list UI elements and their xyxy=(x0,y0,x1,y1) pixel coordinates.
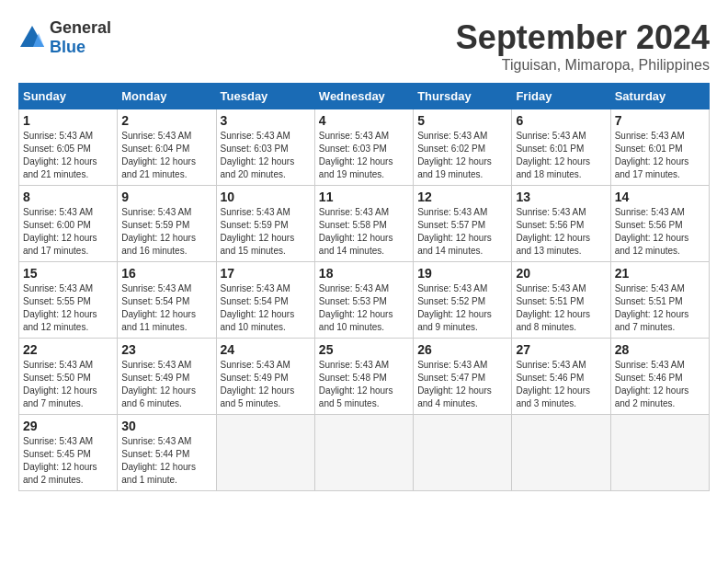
table-row: 25Sunrise: 5:43 AMSunset: 5:48 PMDayligh… xyxy=(314,339,413,415)
table-row: 8Sunrise: 5:43 AMSunset: 6:00 PMDaylight… xyxy=(19,186,118,262)
table-row: 22Sunrise: 5:43 AMSunset: 5:50 PMDayligh… xyxy=(19,339,118,415)
table-row: 16Sunrise: 5:43 AMSunset: 5:54 PMDayligh… xyxy=(118,262,216,339)
header-row: Sunday Monday Tuesday Wednesday Thursday… xyxy=(19,84,710,109)
col-friday: Friday xyxy=(512,84,610,109)
table-row xyxy=(512,415,610,491)
location-title: Tiguisan, Mimaropa, Philippines xyxy=(456,57,710,74)
table-row: 20Sunrise: 5:43 AMSunset: 5:51 PMDayligh… xyxy=(512,262,610,339)
table-row: 28Sunrise: 5:43 AMSunset: 5:46 PMDayligh… xyxy=(610,339,709,415)
month-title: September 2024 xyxy=(456,18,710,57)
table-row: 10Sunrise: 5:43 AMSunset: 5:59 PMDayligh… xyxy=(216,186,314,262)
header: General Blue September 2024 Tiguisan, Mi… xyxy=(18,18,710,74)
table-row xyxy=(610,415,709,491)
table-row: 15Sunrise: 5:43 AMSunset: 5:55 PMDayligh… xyxy=(19,262,118,339)
table-row: 1Sunrise: 5:43 AMSunset: 6:05 PMDaylight… xyxy=(19,109,118,186)
table-row: 13Sunrise: 5:43 AMSunset: 5:56 PMDayligh… xyxy=(512,186,610,262)
table-row: 23Sunrise: 5:43 AMSunset: 5:49 PMDayligh… xyxy=(118,339,216,415)
table-row: 7Sunrise: 5:43 AMSunset: 6:01 PMDaylight… xyxy=(610,109,709,186)
table-row: 26Sunrise: 5:43 AMSunset: 5:47 PMDayligh… xyxy=(414,339,512,415)
table-row: 3Sunrise: 5:43 AMSunset: 6:03 PMDaylight… xyxy=(216,109,314,186)
logo-general: General xyxy=(50,18,111,37)
logo-icon xyxy=(18,24,46,52)
table-row: 27Sunrise: 5:43 AMSunset: 5:46 PMDayligh… xyxy=(512,339,610,415)
table-row: 4Sunrise: 5:43 AMSunset: 6:03 PMDaylight… xyxy=(314,109,413,186)
table-row: 2Sunrise: 5:43 AMSunset: 6:04 PMDaylight… xyxy=(118,109,216,186)
col-wednesday: Wednesday xyxy=(314,84,413,109)
table-row: 14Sunrise: 5:43 AMSunset: 5:56 PMDayligh… xyxy=(610,186,709,262)
col-tuesday: Tuesday xyxy=(216,84,314,109)
table-row: 19Sunrise: 5:43 AMSunset: 5:52 PMDayligh… xyxy=(414,262,512,339)
calendar-table: Sunday Monday Tuesday Wednesday Thursday… xyxy=(18,83,710,491)
table-row xyxy=(414,415,512,491)
table-row: 30Sunrise: 5:43 AMSunset: 5:44 PMDayligh… xyxy=(118,415,216,491)
table-row xyxy=(216,415,314,491)
table-row: 12Sunrise: 5:43 AMSunset: 5:57 PMDayligh… xyxy=(414,186,512,262)
logo: General Blue xyxy=(18,18,111,57)
table-row: 17Sunrise: 5:43 AMSunset: 5:54 PMDayligh… xyxy=(216,262,314,339)
col-thursday: Thursday xyxy=(414,84,512,109)
col-saturday: Saturday xyxy=(610,84,709,109)
table-row: 21Sunrise: 5:43 AMSunset: 5:51 PMDayligh… xyxy=(610,262,709,339)
col-sunday: Sunday xyxy=(19,84,118,109)
table-row: 18Sunrise: 5:43 AMSunset: 5:53 PMDayligh… xyxy=(314,262,413,339)
table-row: 5Sunrise: 5:43 AMSunset: 6:02 PMDaylight… xyxy=(414,109,512,186)
table-row: 9Sunrise: 5:43 AMSunset: 5:59 PMDaylight… xyxy=(118,186,216,262)
title-area: September 2024 Tiguisan, Mimaropa, Phili… xyxy=(456,18,710,74)
table-row: 6Sunrise: 5:43 AMSunset: 6:01 PMDaylight… xyxy=(512,109,610,186)
table-row: 29Sunrise: 5:43 AMSunset: 5:45 PMDayligh… xyxy=(19,415,118,491)
table-row: 11Sunrise: 5:43 AMSunset: 5:58 PMDayligh… xyxy=(314,186,413,262)
table-row: 24Sunrise: 5:43 AMSunset: 5:49 PMDayligh… xyxy=(216,339,314,415)
logo-blue: Blue xyxy=(50,38,85,56)
col-monday: Monday xyxy=(118,84,216,109)
table-row xyxy=(314,415,413,491)
